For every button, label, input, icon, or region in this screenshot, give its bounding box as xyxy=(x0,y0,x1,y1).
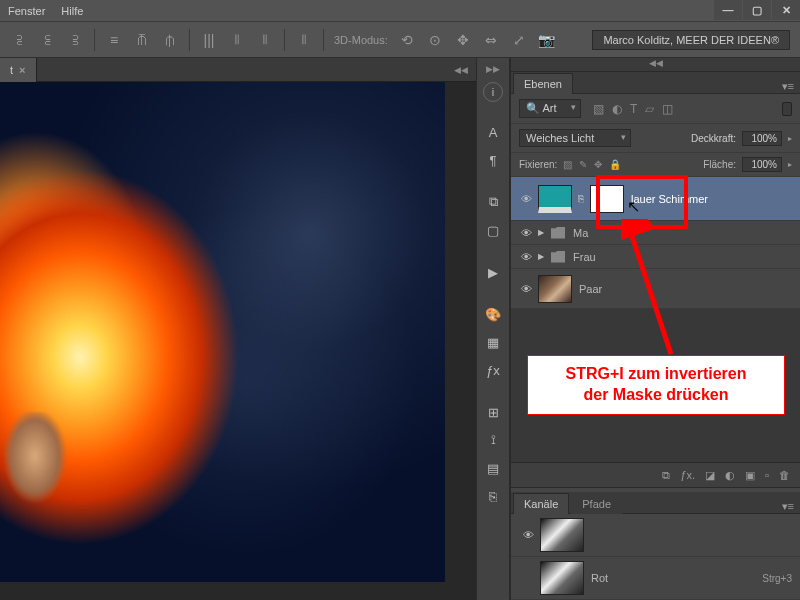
scale-icon[interactable]: ⤢ xyxy=(510,31,528,49)
expand-group-icon[interactable]: ▶ xyxy=(538,228,544,237)
layer-row-paar[interactable]: 👁 Paar xyxy=(511,269,800,309)
paragraph-panel-icon[interactable]: ¶ xyxy=(480,148,506,172)
visibility-toggle-icon[interactable]: 👁 xyxy=(517,227,535,239)
folder-icon xyxy=(551,227,565,239)
distribute-icon[interactable]: ⫚ xyxy=(133,31,151,49)
adjustments-panel-icon[interactable]: ▢ xyxy=(480,218,506,242)
fx-icon[interactable]: ƒx. xyxy=(680,469,695,481)
slide-icon[interactable]: ⇔ xyxy=(482,31,500,49)
menu-fenster[interactable]: Fenster xyxy=(8,5,45,17)
actions-panel-icon[interactable]: ▶ xyxy=(480,260,506,284)
layer-row-group-frau[interactable]: 👁 ▶ Frau xyxy=(511,245,800,269)
fill-input[interactable]: 100% xyxy=(742,157,782,172)
document-tab[interactable]: t × xyxy=(0,58,37,82)
menu-bar: Fenster Hilfe xyxy=(0,0,800,22)
color-panel-icon[interactable]: 🎨 xyxy=(480,302,506,326)
visibility-toggle-icon[interactable]: 👁 xyxy=(517,193,535,205)
layers-tab[interactable]: Ebenen xyxy=(513,73,573,94)
pan-icon[interactable]: ✥ xyxy=(454,31,472,49)
filter-adjust-icon[interactable]: ◐ xyxy=(612,102,622,116)
blend-row: Weiches Licht Deckkraft: 100% ▸ xyxy=(511,124,800,153)
channels-panel: Kanäle Pfade ▾≡ 👁 👁 Rot Strg+3 xyxy=(511,492,800,600)
orbit-icon[interactable]: ⟲ xyxy=(398,31,416,49)
layer-thumb[interactable] xyxy=(538,185,572,213)
distribute-icon[interactable]: ⦀ xyxy=(295,31,313,49)
distribute-icon[interactable]: ||| xyxy=(200,31,218,49)
lock-all-icon[interactable]: 🔒 xyxy=(609,159,621,170)
character-panel-icon[interactable]: A xyxy=(480,120,506,144)
layer-row-group-ma[interactable]: 👁 ▶ Ma xyxy=(511,221,800,245)
new-group-icon[interactable]: ▣ xyxy=(745,469,755,482)
lock-transparent-icon[interactable]: ▨ xyxy=(563,159,572,170)
distribute-icon[interactable]: ⦀ xyxy=(256,31,274,49)
menu-hilfe[interactable]: Hilfe xyxy=(61,5,83,17)
clone-panel-icon[interactable]: ⎘ xyxy=(480,484,506,508)
layer-name[interactable]: Ma xyxy=(573,227,588,239)
delete-layer-icon[interactable]: 🗑 xyxy=(779,469,790,481)
distribute-icon[interactable]: ≡ xyxy=(105,31,123,49)
layer-filter-dropdown[interactable]: 🔍 Art xyxy=(519,99,581,118)
libraries-panel-icon[interactable]: ▦ xyxy=(480,330,506,354)
filter-toggle[interactable] xyxy=(782,102,792,116)
channel-name: Rot xyxy=(591,572,608,584)
collapse-panels-icon[interactable]: ◀◀ xyxy=(511,58,800,72)
new-layer-icon[interactable]: ▫ xyxy=(765,469,769,481)
navigator-panel-icon[interactable]: ⊞ xyxy=(480,400,506,424)
add-mask-icon[interactable]: ◪ xyxy=(705,469,715,482)
camera-icon[interactable]: 📷 xyxy=(538,31,556,49)
layer-name[interactable]: Frau xyxy=(573,251,596,263)
minimize-button[interactable]: — xyxy=(714,0,742,20)
opacity-input[interactable]: 100% xyxy=(742,131,782,146)
fill-slider-icon[interactable]: ▸ xyxy=(788,160,792,169)
channel-row-rot[interactable]: 👁 Rot Strg+3 xyxy=(511,557,800,600)
close-window-button[interactable]: ✕ xyxy=(772,0,800,20)
filter-type-icon[interactable]: T xyxy=(630,102,637,116)
collapse-panels-icon[interactable]: ◀◀ xyxy=(446,65,476,75)
align-icon[interactable]: ⫖ xyxy=(66,31,84,49)
layer-list: 👁 ⎘ lauer Schimmer 👁 ▶ Ma 👁 ▶ Frau xyxy=(511,177,800,309)
visibility-toggle-icon[interactable]: 👁 xyxy=(517,283,535,295)
filter-shape-icon[interactable]: ▱ xyxy=(645,102,654,116)
paths-tab[interactable]: Pfade xyxy=(571,493,622,514)
maximize-button[interactable]: ▢ xyxy=(743,0,771,20)
close-tab-icon[interactable]: × xyxy=(19,64,25,76)
layer-mask-thumb[interactable] xyxy=(590,185,624,213)
lock-position-icon[interactable]: ✥ xyxy=(594,159,602,170)
expand-group-icon[interactable]: ▶ xyxy=(538,252,544,261)
lock-pixels-icon[interactable]: ✎ xyxy=(579,159,587,170)
visibility-toggle-icon[interactable]: 👁 xyxy=(519,529,537,541)
adjustment-layer-icon[interactable]: ◐ xyxy=(725,469,735,482)
link-layers-icon[interactable]: ⧉ xyxy=(662,469,670,482)
layer-name[interactable]: lauer Schimmer xyxy=(631,193,708,205)
styles-panel-icon[interactable]: ƒx xyxy=(480,358,506,382)
layer-thumb[interactable] xyxy=(538,275,572,303)
filter-pixel-icon[interactable]: ▧ xyxy=(593,102,604,116)
channels-tab[interactable]: Kanäle xyxy=(513,493,569,514)
lock-label: Fixieren: xyxy=(519,159,557,170)
channel-shortcut: Strg+3 xyxy=(762,573,792,584)
swatches-panel-icon[interactable]: ⧉ xyxy=(480,190,506,214)
info-panel-icon[interactable]: i xyxy=(483,82,503,102)
layer-row-blauer-schimmer[interactable]: 👁 ⎘ lauer Schimmer xyxy=(511,177,800,221)
workspace-dropdown[interactable]: Marco Kolditz, MEER DER IDEEN® xyxy=(592,30,790,50)
opacity-slider-icon[interactable]: ▸ xyxy=(788,134,792,143)
roll-icon[interactable]: ⊙ xyxy=(426,31,444,49)
distribute-icon[interactable]: ⫛ xyxy=(161,31,179,49)
align-icon[interactable]: ⫕ xyxy=(38,31,56,49)
align-icon[interactable]: ⫔ xyxy=(10,31,28,49)
canvas[interactable] xyxy=(0,82,476,600)
fill-label: Fläche: xyxy=(703,159,736,170)
blend-mode-dropdown[interactable]: Weiches Licht xyxy=(519,129,631,147)
filter-smart-icon[interactable]: ◫ xyxy=(662,102,673,116)
channel-row-rgb[interactable]: 👁 xyxy=(511,514,800,557)
notes-panel-icon[interactable]: ▤ xyxy=(480,456,506,480)
measure-panel-icon[interactable]: ⟟ xyxy=(480,428,506,452)
annotation-callout: STRG+I zum invertieren der Maske drücken xyxy=(527,355,785,415)
expand-dock-icon[interactable]: ▶▶ xyxy=(486,64,500,78)
layer-name[interactable]: Paar xyxy=(579,283,602,295)
distribute-icon[interactable]: ⦀ xyxy=(228,31,246,49)
link-icon: ⎘ xyxy=(578,193,584,204)
panel-menu-icon[interactable]: ▾≡ xyxy=(776,80,800,93)
panel-menu-icon[interactable]: ▾≡ xyxy=(776,500,800,513)
visibility-toggle-icon[interactable]: 👁 xyxy=(517,251,535,263)
